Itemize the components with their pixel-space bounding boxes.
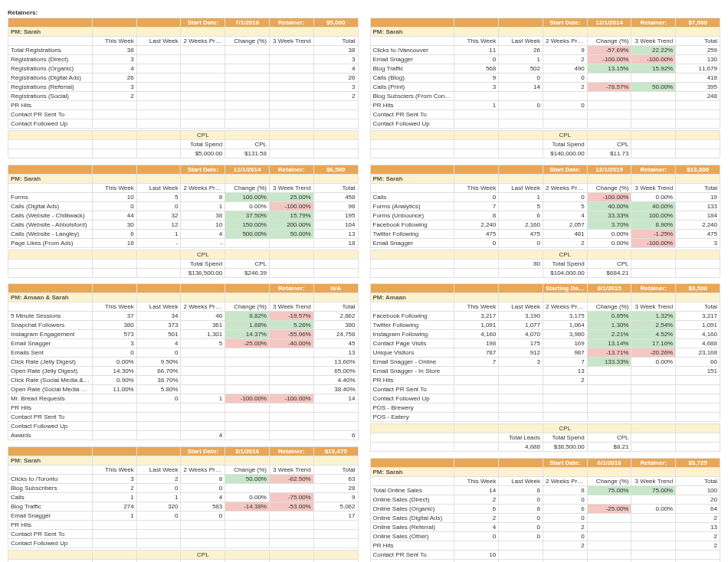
metric-name: Contact PR Sent To (370, 110, 454, 119)
report-block: Start Date:3/1/2016Retainer:$15,475PM: S… (8, 446, 359, 563)
col-change: Change (%) (225, 302, 270, 312)
cell-this-week: 2 (92, 92, 136, 101)
cell-change: -57.69% (587, 46, 631, 55)
cell-last-week (499, 385, 543, 394)
cell-change: 100.00% (225, 192, 270, 201)
data-row: Calls (Print)3142-78.57%50.00%395 (370, 83, 720, 92)
metric-name: Registrations (Social) (8, 92, 93, 101)
cell-total: 5,062 (313, 502, 358, 511)
cell-two-weeks: 0 (543, 531, 587, 541)
cell-change: 500.00% (225, 229, 270, 238)
retainer-label: Retainer: (269, 284, 313, 293)
cell-this-week: 1 (92, 511, 136, 520)
cell-last-week: 0 (136, 201, 181, 211)
data-row: Contact Followed Up (370, 394, 720, 404)
metric-name: PR Hits (370, 541, 454, 550)
cell-two-weeks (181, 92, 225, 101)
pm-row: PM: Sarah (8, 28, 359, 37)
cell-change (587, 522, 631, 531)
cell-two-weeks (543, 550, 587, 559)
col-this-week: This Week (92, 302, 136, 312)
cell-two-weeks: 3,980 (543, 330, 587, 339)
column-headers: This WeekLast Week2 Weeks PreviousChange… (370, 183, 720, 192)
metric-name: Forms (Analytics) (370, 201, 454, 211)
col-two-weeks: 2 Weeks Previous (181, 465, 225, 474)
footer-values: $140,000.00$11.73 (370, 149, 720, 158)
cell-two-weeks: 4 (181, 229, 225, 238)
cell-two-weeks: 0 (543, 101, 587, 110)
cell-two-weeks (543, 119, 587, 129)
cell-trend: 2.54% (631, 321, 676, 330)
cell-last-week (499, 394, 543, 404)
footer-val-value: $8.21 (587, 443, 631, 452)
metric-name: Contact PR Sent To (8, 529, 93, 538)
cell-last-week: 0 (499, 74, 543, 83)
start-date-value: 12/1/2015 (587, 165, 631, 174)
start-date-value: 6/1/2016 (587, 458, 631, 467)
cell-total: 2 (676, 531, 720, 541)
cell-change (587, 74, 631, 83)
cell-this-week: 2,240 (454, 220, 499, 229)
cell-last-week: - (136, 238, 181, 247)
cell-this-week: 18 (92, 238, 136, 247)
cell-change: 0.00% (225, 492, 270, 502)
data-row: Email Snagger345-25.00%-40.00%45 (8, 339, 359, 348)
data-row: Clicks to /Toronto32850.00%-62.50%63 (8, 474, 359, 483)
cell-this-week (454, 119, 499, 129)
metric-name: Facebook Following (370, 220, 454, 229)
cell-trend (631, 367, 676, 376)
metric-name: Total Registrations (8, 46, 93, 55)
metric-name: Open Rate (Jelly Digest) (8, 367, 93, 376)
cell-this-week: 3 (92, 339, 136, 348)
metric-name: Online Sales (Digital Ads) (370, 513, 454, 522)
cell-trend: -40.00% (269, 339, 313, 348)
cell-last-week: 0 (136, 483, 181, 492)
cell-last-week: 0 (136, 348, 181, 358)
cell-change (225, 92, 270, 101)
data-row: Contact PR Sent To (370, 385, 720, 394)
cell-this-week (454, 367, 499, 376)
cell-last-week (136, 538, 181, 547)
cell-change (587, 385, 631, 394)
cell-trend: 17.16% (631, 339, 676, 348)
pm-row: PM: Amaan (370, 293, 720, 302)
cell-trend (269, 110, 313, 119)
cell-last-week: 5.80% (136, 385, 181, 394)
data-row: Calls (Website - Langley)614500.00%50.00… (8, 229, 359, 238)
footer-labels: Total SpendCPL (8, 559, 359, 562)
cell-change (587, 119, 631, 129)
col-this-week: This Week (454, 37, 499, 46)
cell-change (225, 511, 270, 520)
data-row: Contact Page Visits19817516913.14%17.16%… (370, 339, 720, 348)
cell-total (676, 550, 720, 559)
cell-total: 13.60% (313, 358, 358, 367)
metric-name: Blog Subsciers (From Contest) (370, 92, 454, 101)
data-row: Contact PR Sent To (8, 529, 359, 538)
cell-two-weeks (543, 110, 587, 119)
cell-change (225, 529, 270, 538)
cell-change (225, 110, 270, 119)
cell-total: 248 (676, 92, 720, 101)
cell-two-weeks (181, 46, 225, 55)
cell-this-week (454, 559, 499, 562)
data-row: Twitter Following1,0911,0771,0641.30%2.5… (370, 321, 720, 330)
cell-total (676, 385, 720, 394)
cell-trend: 0.00% (631, 192, 676, 201)
metric-name: Contact Followed Up (370, 119, 454, 129)
cell-last-week: 1,077 (499, 321, 543, 330)
col-change: Change (%) (225, 37, 270, 46)
cell-total: 13 (313, 348, 358, 358)
footer-labels: Total LeadsTotal SpendCPL (370, 433, 720, 443)
cell-total (313, 110, 358, 119)
cell-last-week: 3,190 (499, 312, 543, 321)
cell-change (587, 413, 631, 422)
cell-change (225, 55, 270, 64)
data-row: Page Likes (From Ads)18--18 (8, 238, 359, 247)
cell-trend (631, 119, 676, 129)
cell-this-week: 0 (454, 55, 499, 64)
cell-trend (269, 376, 313, 385)
pm-label: PM: Sarah (370, 28, 454, 37)
cell-total: 104 (313, 220, 358, 229)
cell-change: -25.00% (587, 504, 631, 513)
cell-change: 13.15% (587, 64, 631, 74)
